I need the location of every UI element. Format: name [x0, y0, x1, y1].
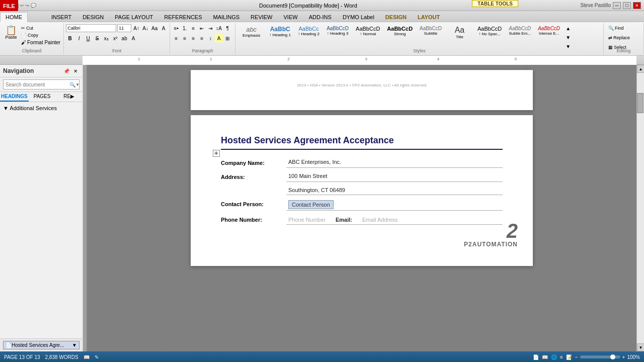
style-nospace[interactable]: AaBbCcD ↑ No Spac...: [474, 24, 505, 38]
view-outline[interactable]: ≡: [560, 354, 563, 360]
replace-button[interactable]: ⇄ Replace: [606, 34, 632, 42]
tab-insert[interactable]: INSERT: [46, 12, 77, 22]
style-title[interactable]: Aa Title: [446, 24, 473, 41]
email-label: Email:: [336, 217, 352, 223]
shrink-font-button[interactable]: A↓: [141, 24, 149, 32]
tab-mailings[interactable]: MAILINGS: [208, 12, 246, 22]
align-left-button[interactable]: ≡: [172, 34, 180, 42]
nav-collapse-arrow[interactable]: ▼: [3, 105, 9, 111]
p2-text: P2AUTOMATION: [464, 241, 518, 248]
ruler-mark: 1: [210, 57, 212, 61]
zoom-out-button[interactable]: −: [575, 354, 578, 360]
tab-file[interactable]: FILE: [0, 0, 18, 11]
show-marks-button[interactable]: ¶: [223, 24, 231, 32]
bullets-button[interactable]: ≡•: [172, 24, 180, 32]
tab-references[interactable]: REFERENCES: [158, 12, 207, 22]
shading-button[interactable]: A: [215, 34, 223, 42]
view-reading[interactable]: 📖: [542, 354, 548, 360]
nav-pin-button[interactable]: 📌: [62, 67, 70, 75]
tab-addins[interactable]: ADD-INS: [303, 12, 337, 22]
style-normal-label: ↑ Normal: [360, 32, 376, 36]
borders-button[interactable]: ⊞: [223, 34, 231, 42]
clear-format-button[interactable]: A: [159, 24, 168, 32]
numbering-button[interactable]: 1.: [181, 24, 189, 32]
maximize-button[interactable]: □: [623, 2, 631, 9]
view-web[interactable]: 🌐: [551, 354, 557, 360]
tab-review[interactable]: REVIEW: [245, 12, 278, 22]
paste-button[interactable]: 📋 Paste: [2, 24, 20, 46]
tab-layout[interactable]: LAYOUT: [412, 12, 445, 22]
copy-button[interactable]: 📄 Copy: [20, 32, 61, 38]
style-subtle[interactable]: AaBbCcD Subtle Em...: [506, 24, 534, 37]
nav-footer-item[interactable]: 📄 Hosted Services Agre... ▼: [3, 341, 79, 349]
word-count[interactable]: 2,838 WORDS: [45, 354, 78, 360]
contact-person-field[interactable]: Contact Person: [288, 200, 334, 209]
table-move-handle[interactable]: ✛: [213, 150, 220, 157]
page-info[interactable]: PAGE 13 OF 13: [4, 354, 40, 360]
bold-button[interactable]: B: [66, 34, 74, 42]
increase-indent-button[interactable]: ⇥: [206, 24, 214, 32]
tab-page-layout[interactable]: PAGE LAYOUT: [109, 12, 158, 22]
nav-tab-pages[interactable]: PAGES: [29, 92, 56, 102]
grow-font-button[interactable]: A↑: [132, 24, 140, 32]
tab-dymo[interactable]: DYMO Label: [337, 12, 380, 22]
superscript-button[interactable]: x²: [111, 34, 119, 42]
minimize-button[interactable]: ─: [613, 2, 621, 9]
style-emphasis[interactable]: abc Emphasis: [237, 24, 265, 39]
style-heading1[interactable]: AaBbC ↑ Heading 1: [266, 24, 294, 39]
style-strong[interactable]: AaBbCcD Strong: [384, 24, 416, 38]
find-button[interactable]: 🔍 Find: [606, 24, 626, 32]
sort-button[interactable]: ↕A: [215, 24, 223, 32]
line-spacing-button[interactable]: ↕: [206, 34, 214, 42]
view-draft[interactable]: 📝: [566, 354, 572, 360]
tab-view[interactable]: VIEW: [278, 12, 303, 22]
style-heading2[interactable]: AaBbCc ↑ Heading 2: [295, 24, 323, 38]
font-name-input[interactable]: [66, 24, 116, 32]
zoom-slider[interactable]: [580, 355, 620, 358]
underline-button[interactable]: U: [84, 34, 92, 42]
zoom-in-button[interactable]: +: [622, 354, 625, 360]
cut-button[interactable]: ✂ Cut: [20, 25, 61, 31]
nav-close-button[interactable]: ✕: [71, 67, 79, 75]
style-subtitle[interactable]: AaBbCcD Subtitle: [417, 24, 445, 37]
close-button[interactable]: ✕: [633, 2, 641, 9]
nav-tab-headings[interactable]: HEADINGS: [0, 92, 29, 102]
zoom-level[interactable]: 100%: [627, 354, 640, 360]
styles-scroll-down[interactable]: ▼: [564, 33, 572, 41]
font-size-input[interactable]: [117, 24, 131, 32]
align-center-button[interactable]: ≡: [181, 34, 189, 42]
scroll-track[interactable]: [637, 73, 644, 343]
tab-design2[interactable]: DESIGN: [380, 12, 412, 22]
footer-text: 2013 • HSA • Version 2013.0 • ©P2 Automa…: [297, 83, 427, 87]
language-indicator[interactable]: 📖: [84, 354, 90, 360]
italic-button[interactable]: I: [75, 34, 83, 42]
style-heading3[interactable]: AaBbCcD ↑ Heading 3: [324, 24, 352, 37]
subscript-button[interactable]: x₂: [102, 34, 110, 42]
view-normal[interactable]: 📄: [533, 354, 539, 360]
scroll-up-button[interactable]: ▲: [637, 65, 644, 73]
style-normal[interactable]: AaBbCcD ↑ Normal: [353, 24, 383, 38]
multilevel-button[interactable]: ≡: [189, 24, 197, 32]
tab-design[interactable]: DESIGN: [77, 12, 109, 22]
scroll-thumb[interactable]: [637, 93, 643, 113]
decrease-indent-button[interactable]: ⇤: [198, 24, 206, 32]
track-changes[interactable]: ✎: [95, 354, 99, 360]
style-intense[interactable]: AaBbCcD Intense E...: [535, 24, 563, 37]
document-area[interactable]: 2013 • HSA • Version 2013.0 • ©P2 Automa…: [87, 65, 636, 351]
nav-tab-results[interactable]: RE▶: [55, 92, 83, 102]
justify-button[interactable]: ≡: [198, 34, 206, 42]
nav-search-input[interactable]: [6, 82, 69, 87]
form-row-company: Company Name: ABC Enterprises, Inc.: [221, 158, 503, 168]
nav-search-dropdown[interactable]: ▼: [75, 82, 79, 87]
nav-search-icon[interactable]: 🔍: [69, 82, 75, 87]
word-count-text: 2,838 WORDS: [45, 354, 78, 360]
text-highlight-button[interactable]: ab: [120, 34, 128, 42]
styles-scroll-up[interactable]: ▲: [564, 24, 572, 32]
format-painter-button[interactable]: 🖌 Format Painter: [20, 39, 61, 46]
strikethrough-button[interactable]: S: [93, 34, 101, 42]
font-case-button[interactable]: Aa: [150, 24, 158, 32]
font-color-button[interactable]: A: [129, 34, 137, 42]
scroll-down-button[interactable]: ▼: [637, 343, 644, 351]
align-right-button[interactable]: ≡: [189, 34, 197, 42]
tab-home[interactable]: HOME: [0, 12, 28, 22]
